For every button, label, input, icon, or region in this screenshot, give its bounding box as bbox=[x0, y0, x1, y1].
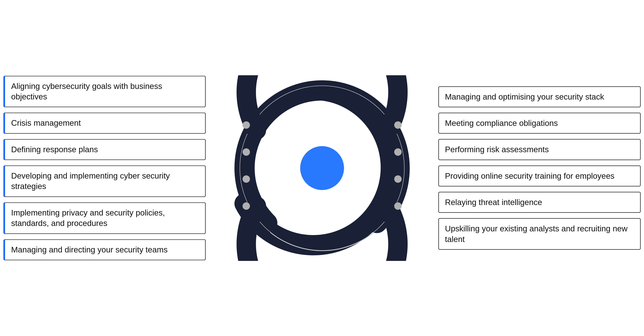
svg-point-4 bbox=[242, 121, 250, 129]
svg-point-6 bbox=[242, 175, 250, 183]
svg-point-8 bbox=[394, 121, 402, 129]
svg-point-9 bbox=[394, 148, 402, 156]
left-card-aligning: Aligning cybersecurity goals with busine… bbox=[3, 76, 206, 107]
right-panel: Managing and optimising your security st… bbox=[438, 86, 641, 250]
svg-point-7 bbox=[242, 202, 250, 210]
left-card-developing: Developing and implementing cyber securi… bbox=[3, 165, 206, 197]
svg-point-5 bbox=[242, 148, 250, 156]
right-card-managing-optimising: Managing and optimising your security st… bbox=[438, 86, 641, 107]
right-card-providing-training: Providing online security training for e… bbox=[438, 165, 641, 186]
right-card-upskilling: Upskilling your existing analysts and re… bbox=[438, 218, 641, 250]
center-area bbox=[230, 75, 415, 261]
svg-point-3 bbox=[300, 146, 344, 190]
right-card-relaying-threat: Relaying threat intelligence bbox=[438, 192, 641, 213]
svg-point-10 bbox=[394, 175, 402, 183]
svg-point-11 bbox=[394, 202, 402, 210]
left-card-defining: Defining response plans bbox=[3, 139, 206, 160]
left-card-implementing: Implementing privacy and security polici… bbox=[3, 202, 206, 234]
diagram-container: Aligning cybersecurity goals with busine… bbox=[0, 0, 644, 336]
right-card-performing-risk: Performing risk assessments bbox=[438, 139, 641, 160]
left-card-managing-directing: Managing and directing your security tea… bbox=[3, 239, 206, 260]
right-card-meeting-compliance: Meeting compliance obligations bbox=[438, 113, 641, 134]
left-panel: Aligning cybersecurity goals with busine… bbox=[3, 76, 206, 260]
left-card-crisis: Crisis management bbox=[3, 113, 206, 134]
